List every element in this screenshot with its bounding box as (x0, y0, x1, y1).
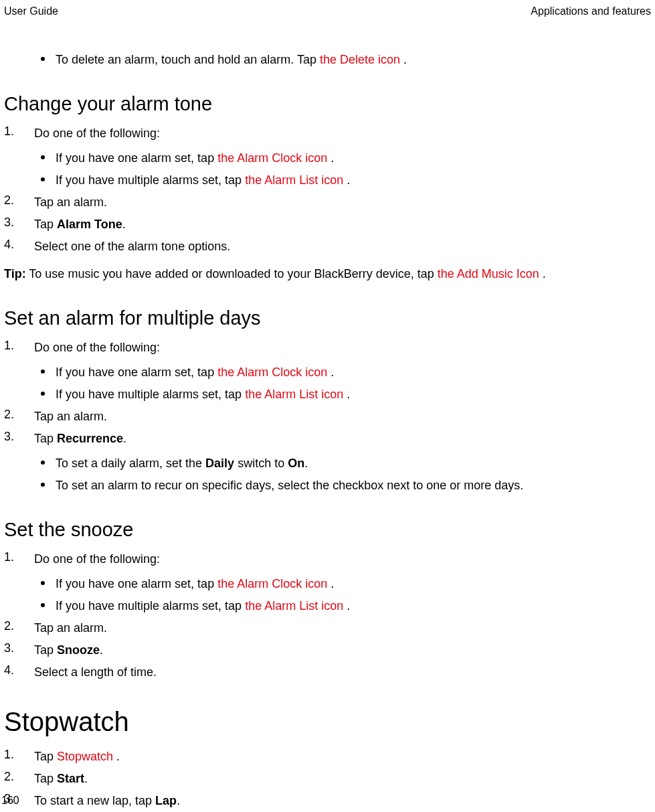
text: If you have one alarm set, tap (56, 577, 217, 590)
text-bold: Snooze (57, 643, 100, 657)
text-bold: Start (57, 772, 84, 785)
alarm-list-icon-link: the Alarm List icon (245, 599, 343, 613)
list-item: 2. Tap an alarm. (4, 619, 651, 637)
stopwatch-icon-link: Stopwatch (57, 750, 113, 763)
bullet-icon (41, 177, 45, 181)
list-item: 1. Do one of the following: (4, 125, 651, 143)
body-text: If you have one alarm set, tap the Alarm… (56, 363, 334, 382)
text: If you have one alarm set, tap (56, 151, 217, 165)
heading-multiple-days: Set an alarm for multiple days (4, 307, 651, 329)
step-number: 4. (4, 663, 34, 677)
list-item: If you have one alarm set, tap the Alarm… (41, 363, 651, 382)
list-item: 4. Select a length of time. (4, 663, 651, 681)
heading-change-alarm-tone: Change your alarm tone (4, 93, 651, 115)
text: Tap (34, 432, 57, 445)
text: . (100, 643, 103, 657)
text: switch to (234, 457, 288, 470)
bullet-icon (41, 155, 45, 159)
text-bold: Daily (205, 457, 234, 470)
list-item: 2. Tap an alarm. (4, 408, 651, 426)
step-number: 3. (4, 216, 34, 230)
body-text: Select one of the alarm tone options. (34, 238, 230, 256)
body-text: Tap Recurrence. (34, 430, 126, 448)
text: . (327, 151, 334, 165)
step-number: 4. (4, 238, 34, 252)
body-text: To start a new lap, tap Lap. (34, 792, 180, 810)
tip-label: Tip: (4, 267, 26, 280)
bullet-icon (41, 461, 45, 465)
step-number: 2. (4, 193, 34, 208)
text: If you have multiple alarms set, tap (56, 388, 245, 401)
alarm-list-icon-link: the Alarm List icon (245, 173, 343, 187)
body-text: Tap Snooze. (34, 641, 103, 659)
list-item: 1. Do one of the following: (4, 339, 651, 357)
text: If you have multiple alarms set, tap (56, 599, 245, 613)
step-number: 1. (4, 125, 34, 139)
heading-set-snooze: Set the snooze (4, 519, 651, 541)
text-bold: Alarm Tone (57, 218, 122, 231)
body-text: If you have multiple alarms set, tap the… (56, 597, 350, 615)
body-text: If you have one alarm set, tap the Alarm… (56, 575, 334, 593)
delete-icon-link: the Delete icon (320, 53, 400, 66)
list-item: 3. Tap Recurrence. (4, 430, 651, 448)
step-number: 3. (4, 641, 34, 655)
list-item: 4. Select one of the alarm tone options. (4, 238, 651, 256)
step-number: 2. (4, 619, 34, 633)
text-bold: Lap (155, 794, 177, 807)
body-text: Tap Start. (34, 770, 88, 788)
alarm-clock-icon-link: the Alarm Clock icon (217, 577, 327, 590)
page-number: 160 (1, 795, 19, 807)
list-item: If you have multiple alarms set, tap the… (41, 386, 651, 404)
text: To start a new lap, tap (34, 794, 155, 807)
text: To set a daily alarm, set the (56, 457, 205, 470)
text: . (400, 53, 407, 66)
body-text: To set an alarm to recur on specific day… (56, 477, 523, 495)
text: . (343, 388, 350, 401)
text: . (327, 577, 334, 590)
text: To use music you have added or downloade… (26, 267, 438, 280)
body-text: If you have multiple alarms set, tap the… (56, 386, 350, 404)
list-item: 3. Tap Alarm Tone. (4, 216, 651, 234)
bullet-icon (41, 603, 45, 607)
header-left: User Guide (4, 5, 58, 17)
text: To delete an alarm, touch and hold an al… (56, 53, 320, 66)
step-number: 3. (4, 430, 34, 444)
list-item: 2. Tap an alarm. (4, 193, 651, 212)
list-item: If you have one alarm set, tap the Alarm… (41, 149, 651, 167)
list-item: 3. To start a new lap, tap Lap. (4, 792, 651, 810)
header-right: Applications and features (531, 5, 651, 17)
body-text: Do one of the following: (34, 339, 160, 357)
alarm-clock-icon-link: the Alarm Clock icon (217, 366, 327, 379)
list-item: If you have multiple alarms set, tap the… (41, 171, 651, 189)
bullet-icon (41, 483, 45, 487)
step-number: 1. (4, 339, 34, 353)
text: Tap (34, 218, 57, 231)
bullet-icon (41, 581, 45, 585)
list-item: If you have multiple alarms set, tap the… (41, 597, 651, 615)
text: . (343, 599, 350, 613)
list-item: If you have one alarm set, tap the Alarm… (41, 575, 651, 593)
body-text: Tap an alarm. (34, 619, 107, 637)
body-text: Select a length of time. (34, 663, 157, 681)
list-item: 1. Do one of the following: (4, 550, 651, 568)
list-item: To set a daily alarm, set the Daily swit… (41, 455, 651, 473)
step-number: 1. (4, 550, 34, 564)
bullet-icon (41, 370, 45, 374)
step-number: 2. (4, 770, 34, 784)
body-text: To set a daily alarm, set the Daily swit… (56, 455, 308, 473)
step-number: 2. (4, 408, 34, 422)
text: . (122, 218, 126, 231)
text: If you have multiple alarms set, tap (56, 173, 245, 187)
list-item: 3. Tap Snooze. (4, 641, 651, 659)
text: . (123, 432, 126, 445)
add-music-icon-link: the Add Music Icon (438, 267, 539, 280)
tip-text: Tip: To use music you have added or down… (4, 265, 651, 283)
text: . (343, 173, 350, 187)
text: Tap (34, 643, 57, 657)
body-text: Tap Stopwatch . (34, 748, 120, 766)
body-text: Tap an alarm. (34, 193, 107, 212)
text: . (327, 366, 334, 379)
text: . (113, 750, 120, 763)
list-item: 2. Tap Start. (4, 770, 651, 788)
bullet-icon (41, 392, 45, 396)
